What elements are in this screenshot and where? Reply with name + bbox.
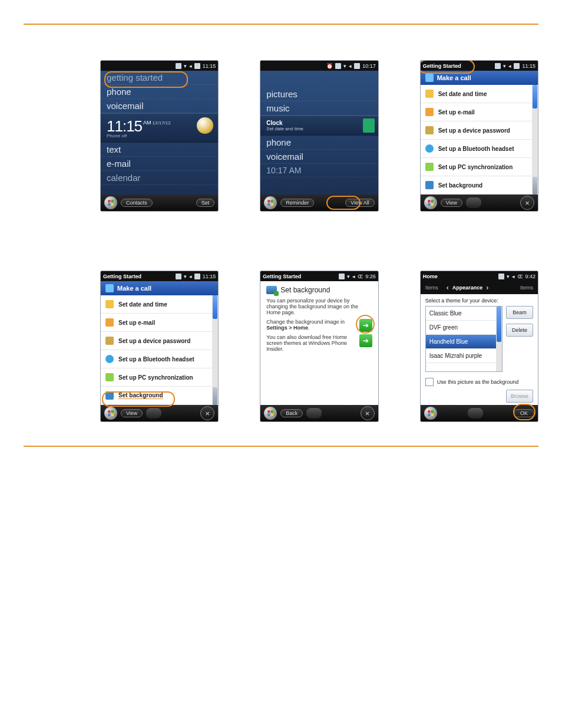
browse-button[interactable]: Browse: [506, 390, 533, 403]
volume-icon: ◂: [189, 63, 192, 69]
svg-rect-15: [111, 414, 114, 416]
softbar: View ×: [101, 405, 218, 421]
svg-rect-20: [428, 410, 430, 413]
signal-icon: ▾: [343, 63, 346, 69]
home-item-email[interactable]: e-mail: [101, 157, 218, 171]
list-item-label: Set background: [438, 182, 483, 189]
home-item-text[interactable]: text: [101, 143, 218, 157]
volume-icon: ◂: [512, 274, 515, 279]
home-item-voicemail[interactable]: voicemail: [101, 99, 218, 113]
softkey-left[interactable]: Contacts: [121, 199, 153, 207]
theme-option[interactable]: DVF green: [426, 321, 502, 335]
svg-rect-13: [111, 410, 114, 413]
start-button[interactable]: [424, 407, 437, 420]
list-item-background[interactable]: Set background: [101, 387, 218, 405]
clock-label: 9:26: [365, 274, 376, 279]
clock-tile-compact[interactable]: Clock Set date and time: [260, 116, 378, 136]
scrollbar[interactable]: [532, 85, 538, 195]
clock-ampm: AM: [143, 120, 151, 126]
sip-button[interactable]: [466, 197, 481, 208]
theme-option[interactable]: Classic Blue: [426, 307, 502, 321]
softkey-left[interactable]: View: [441, 199, 462, 207]
svg-rect-1: [111, 200, 114, 202]
sip-button[interactable]: [146, 408, 161, 419]
home-clock-tile[interactable]: 11:15AM12/17/12 Phone off: [101, 113, 218, 143]
softkey-right[interactable]: Set: [196, 199, 215, 207]
list-item-bluetooth[interactable]: Set up a Bluetooth headset: [421, 140, 538, 158]
softkey-right[interactable]: View All: [345, 199, 374, 207]
theme-scrollbar[interactable]: [496, 307, 502, 371]
list-item-background[interactable]: Set background: [421, 176, 538, 195]
tab-prev-arrow[interactable]: ‹: [443, 284, 452, 292]
softbar: Reminder View All: [260, 195, 378, 211]
home-item-phone[interactable]: phone: [101, 85, 218, 99]
list-item-bluetooth[interactable]: Set up a Bluetooth headset: [101, 350, 218, 368]
list-item-date[interactable]: Set date and time: [101, 295, 218, 314]
wallpaper-icon: [105, 391, 114, 400]
svg-rect-14: [108, 414, 110, 416]
start-button[interactable]: [264, 407, 277, 420]
svg-rect-7: [271, 203, 273, 206]
wallpaper-icon: [425, 181, 434, 189]
list-item-email[interactable]: Set up e-mail: [421, 103, 538, 121]
list-item-pcsync[interactable]: Set up PC synchronization: [101, 368, 218, 387]
theme-listbox[interactable]: Classic Blue DVF green Handheld Blue Isa…: [425, 306, 503, 372]
bluetooth-icon: [425, 144, 434, 153]
statusbar-app-name: Home: [423, 274, 438, 279]
statusbar: Home ▾ ◂ Œ 9:42: [421, 271, 538, 281]
softkey-left[interactable]: View: [121, 409, 143, 417]
list-header[interactable]: Make a call: [421, 71, 538, 85]
svg-rect-3: [111, 203, 114, 206]
list-header[interactable]: Make a call: [101, 281, 218, 295]
scrollbar[interactable]: [212, 295, 218, 405]
statusbar-app-name: Getting Started: [423, 63, 461, 69]
home-item-music[interactable]: music: [260, 101, 378, 116]
clock-date: 12/17/12: [153, 120, 171, 126]
use-picture-checkbox[interactable]: Use this picture as the background: [425, 378, 533, 386]
beam-button[interactable]: Beam: [506, 306, 533, 319]
statusbar: ▾ ◂ 11:15: [101, 61, 218, 71]
softkey-right[interactable]: OK: [514, 409, 534, 417]
close-button[interactable]: ×: [361, 406, 375, 420]
tab-left[interactable]: Items: [421, 285, 443, 291]
sip-button[interactable]: [306, 408, 322, 419]
home-panel: getting started phone voicemail 11:15AM1…: [101, 71, 218, 195]
statusbar: ⏰ ▾ ◂ 10:17: [260, 61, 378, 71]
softkey-left[interactable]: Back: [280, 409, 303, 417]
tab-next-arrow[interactable]: ›: [482, 284, 492, 292]
volume-icon: ◂: [352, 274, 355, 279]
sip-button[interactable]: [468, 408, 483, 419]
home-item-getting-started[interactable]: getting started: [101, 71, 218, 85]
list-item-password[interactable]: Set up a device password: [421, 121, 538, 140]
signal-icon: ▾: [507, 274, 510, 279]
softkey-left[interactable]: Reminder: [280, 199, 314, 207]
home-item-pictures[interactable]: pictures: [260, 87, 378, 101]
list-item-email[interactable]: Set up e-mail: [101, 314, 218, 332]
home-item-calendar[interactable]: calendar: [101, 171, 218, 185]
close-button[interactable]: ×: [200, 406, 214, 420]
list-item-date[interactable]: Set date and time: [421, 85, 538, 103]
delete-button[interactable]: Delete: [506, 324, 533, 337]
list-item-label: Make a call: [117, 285, 151, 292]
start-button[interactable]: [424, 196, 437, 209]
home-item-voicemail[interactable]: voicemail: [260, 150, 378, 164]
theme-option[interactable]: Isaac Mizrahi purple: [426, 349, 502, 363]
svg-rect-17: [271, 410, 273, 413]
clock-label: 9:42: [525, 274, 535, 279]
theme-prompt: Select a theme for your device:: [425, 298, 533, 304]
close-button[interactable]: ×: [520, 196, 534, 210]
start-button[interactable]: [104, 196, 117, 209]
start-button[interactable]: [104, 407, 117, 420]
go-button-2[interactable]: ➔: [359, 334, 372, 347]
clock-face-icon: [197, 117, 213, 134]
screenshot-getting-started-list: Getting Started ▾ ◂ 11:15 Make a call Se…: [420, 60, 538, 212]
theme-option[interactable]: Handheld Blue: [426, 335, 502, 349]
go-button-1[interactable]: ➔: [359, 319, 372, 332]
list-item-pcsync[interactable]: Set up PC synchronization: [421, 158, 538, 176]
home-item-phone[interactable]: phone: [260, 136, 378, 150]
list-item-password[interactable]: Set up a device password: [101, 332, 218, 350]
start-button[interactable]: [264, 196, 277, 209]
tab-current[interactable]: Appearance: [452, 285, 483, 291]
home-panel: pictures music Clock Set date and time p…: [260, 71, 378, 195]
tab-right[interactable]: Items: [515, 285, 538, 291]
